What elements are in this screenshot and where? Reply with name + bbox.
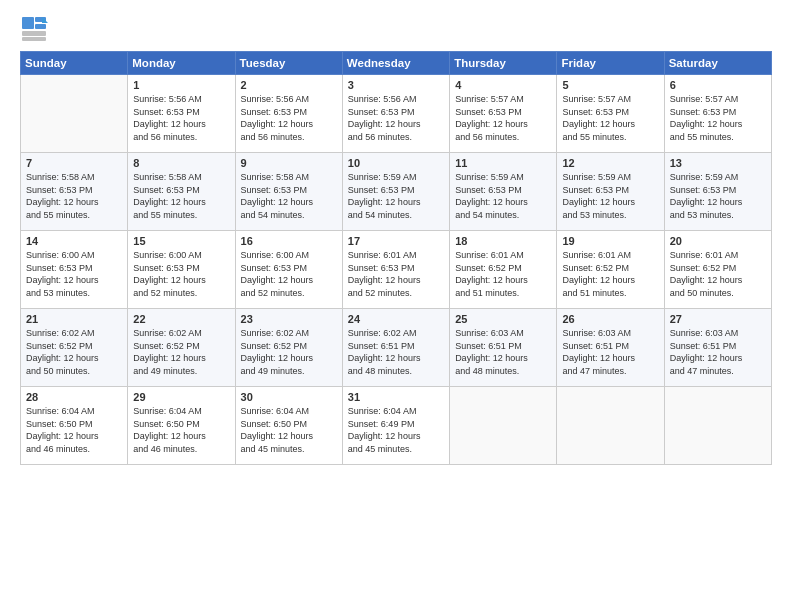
calendar-cell (664, 387, 771, 465)
calendar-cell: 3Sunrise: 5:56 AM Sunset: 6:53 PM Daylig… (342, 75, 449, 153)
day-number: 28 (26, 391, 122, 403)
day-number: 19 (562, 235, 658, 247)
calendar-cell: 31Sunrise: 6:04 AM Sunset: 6:49 PM Dayli… (342, 387, 449, 465)
header (20, 15, 772, 43)
day-number: 5 (562, 79, 658, 91)
calendar-cell: 30Sunrise: 6:04 AM Sunset: 6:50 PM Dayli… (235, 387, 342, 465)
cell-content: Sunrise: 5:58 AM Sunset: 6:53 PM Dayligh… (26, 171, 122, 221)
day-number: 24 (348, 313, 444, 325)
week-row-5: 28Sunrise: 6:04 AM Sunset: 6:50 PM Dayli… (21, 387, 772, 465)
calendar-cell: 6Sunrise: 5:57 AM Sunset: 6:53 PM Daylig… (664, 75, 771, 153)
calendar-cell (450, 387, 557, 465)
calendar-cell: 26Sunrise: 6:03 AM Sunset: 6:51 PM Dayli… (557, 309, 664, 387)
cell-content: Sunrise: 6:01 AM Sunset: 6:52 PM Dayligh… (562, 249, 658, 299)
cell-content: Sunrise: 6:02 AM Sunset: 6:52 PM Dayligh… (241, 327, 337, 377)
cell-content: Sunrise: 6:00 AM Sunset: 6:53 PM Dayligh… (241, 249, 337, 299)
cell-content: Sunrise: 6:01 AM Sunset: 6:52 PM Dayligh… (670, 249, 766, 299)
day-number: 3 (348, 79, 444, 91)
header-tuesday: Tuesday (235, 52, 342, 75)
calendar-cell: 17Sunrise: 6:01 AM Sunset: 6:53 PM Dayli… (342, 231, 449, 309)
svg-rect-0 (22, 17, 34, 29)
cell-content: Sunrise: 5:57 AM Sunset: 6:53 PM Dayligh… (455, 93, 551, 143)
cell-content: Sunrise: 6:03 AM Sunset: 6:51 PM Dayligh… (670, 327, 766, 377)
day-number: 4 (455, 79, 551, 91)
calendar-cell: 24Sunrise: 6:02 AM Sunset: 6:51 PM Dayli… (342, 309, 449, 387)
calendar-cell: 15Sunrise: 6:00 AM Sunset: 6:53 PM Dayli… (128, 231, 235, 309)
day-number: 25 (455, 313, 551, 325)
day-number: 23 (241, 313, 337, 325)
day-number: 16 (241, 235, 337, 247)
cell-content: Sunrise: 5:56 AM Sunset: 6:53 PM Dayligh… (348, 93, 444, 143)
calendar-cell: 7Sunrise: 5:58 AM Sunset: 6:53 PM Daylig… (21, 153, 128, 231)
day-number: 12 (562, 157, 658, 169)
svg-rect-3 (22, 31, 46, 36)
calendar-cell: 13Sunrise: 5:59 AM Sunset: 6:53 PM Dayli… (664, 153, 771, 231)
day-number: 22 (133, 313, 229, 325)
calendar-cell (557, 387, 664, 465)
calendar-cell: 18Sunrise: 6:01 AM Sunset: 6:52 PM Dayli… (450, 231, 557, 309)
calendar-cell (21, 75, 128, 153)
week-row-2: 7Sunrise: 5:58 AM Sunset: 6:53 PM Daylig… (21, 153, 772, 231)
calendar-cell: 8Sunrise: 5:58 AM Sunset: 6:53 PM Daylig… (128, 153, 235, 231)
day-number: 6 (670, 79, 766, 91)
calendar-cell: 27Sunrise: 6:03 AM Sunset: 6:51 PM Dayli… (664, 309, 771, 387)
day-number: 14 (26, 235, 122, 247)
cell-content: Sunrise: 5:57 AM Sunset: 6:53 PM Dayligh… (670, 93, 766, 143)
header-friday: Friday (557, 52, 664, 75)
cell-content: Sunrise: 6:02 AM Sunset: 6:52 PM Dayligh… (133, 327, 229, 377)
day-number: 11 (455, 157, 551, 169)
day-number: 2 (241, 79, 337, 91)
header-sunday: Sunday (21, 52, 128, 75)
cell-content: Sunrise: 5:59 AM Sunset: 6:53 PM Dayligh… (670, 171, 766, 221)
cell-content: Sunrise: 6:03 AM Sunset: 6:51 PM Dayligh… (562, 327, 658, 377)
calendar-table: SundayMondayTuesdayWednesdayThursdayFrid… (20, 51, 772, 465)
day-number: 27 (670, 313, 766, 325)
calendar-cell: 9Sunrise: 5:58 AM Sunset: 6:53 PM Daylig… (235, 153, 342, 231)
cell-content: Sunrise: 5:58 AM Sunset: 6:53 PM Dayligh… (241, 171, 337, 221)
svg-rect-2 (35, 24, 46, 29)
day-number: 17 (348, 235, 444, 247)
day-number: 7 (26, 157, 122, 169)
calendar-cell: 4Sunrise: 5:57 AM Sunset: 6:53 PM Daylig… (450, 75, 557, 153)
header-saturday: Saturday (664, 52, 771, 75)
calendar-cell: 16Sunrise: 6:00 AM Sunset: 6:53 PM Dayli… (235, 231, 342, 309)
logo-icon (20, 15, 48, 43)
day-number: 29 (133, 391, 229, 403)
cell-content: Sunrise: 5:58 AM Sunset: 6:53 PM Dayligh… (133, 171, 229, 221)
day-number: 20 (670, 235, 766, 247)
calendar-cell: 29Sunrise: 6:04 AM Sunset: 6:50 PM Dayli… (128, 387, 235, 465)
day-number: 26 (562, 313, 658, 325)
calendar-cell: 20Sunrise: 6:01 AM Sunset: 6:52 PM Dayli… (664, 231, 771, 309)
day-number: 18 (455, 235, 551, 247)
calendar-cell: 22Sunrise: 6:02 AM Sunset: 6:52 PM Dayli… (128, 309, 235, 387)
cell-content: Sunrise: 5:56 AM Sunset: 6:53 PM Dayligh… (241, 93, 337, 143)
cell-content: Sunrise: 6:04 AM Sunset: 6:50 PM Dayligh… (26, 405, 122, 455)
cell-content: Sunrise: 6:01 AM Sunset: 6:52 PM Dayligh… (455, 249, 551, 299)
cell-content: Sunrise: 6:04 AM Sunset: 6:49 PM Dayligh… (348, 405, 444, 455)
cell-content: Sunrise: 6:03 AM Sunset: 6:51 PM Dayligh… (455, 327, 551, 377)
day-number: 9 (241, 157, 337, 169)
header-monday: Monday (128, 52, 235, 75)
calendar-cell: 2Sunrise: 5:56 AM Sunset: 6:53 PM Daylig… (235, 75, 342, 153)
cell-content: Sunrise: 5:57 AM Sunset: 6:53 PM Dayligh… (562, 93, 658, 143)
cell-content: Sunrise: 6:02 AM Sunset: 6:52 PM Dayligh… (26, 327, 122, 377)
cell-content: Sunrise: 5:59 AM Sunset: 6:53 PM Dayligh… (455, 171, 551, 221)
calendar-cell: 28Sunrise: 6:04 AM Sunset: 6:50 PM Dayli… (21, 387, 128, 465)
cell-content: Sunrise: 6:04 AM Sunset: 6:50 PM Dayligh… (241, 405, 337, 455)
cell-content: Sunrise: 6:04 AM Sunset: 6:50 PM Dayligh… (133, 405, 229, 455)
calendar-header-row: SundayMondayTuesdayWednesdayThursdayFrid… (21, 52, 772, 75)
svg-rect-4 (22, 37, 46, 41)
calendar-cell: 19Sunrise: 6:01 AM Sunset: 6:52 PM Dayli… (557, 231, 664, 309)
page-container: SundayMondayTuesdayWednesdayThursdayFrid… (0, 0, 792, 475)
day-number: 31 (348, 391, 444, 403)
week-row-3: 14Sunrise: 6:00 AM Sunset: 6:53 PM Dayli… (21, 231, 772, 309)
calendar-cell: 10Sunrise: 5:59 AM Sunset: 6:53 PM Dayli… (342, 153, 449, 231)
cell-content: Sunrise: 6:00 AM Sunset: 6:53 PM Dayligh… (133, 249, 229, 299)
calendar-cell: 11Sunrise: 5:59 AM Sunset: 6:53 PM Dayli… (450, 153, 557, 231)
calendar-cell: 5Sunrise: 5:57 AM Sunset: 6:53 PM Daylig… (557, 75, 664, 153)
header-thursday: Thursday (450, 52, 557, 75)
week-row-4: 21Sunrise: 6:02 AM Sunset: 6:52 PM Dayli… (21, 309, 772, 387)
cell-content: Sunrise: 6:00 AM Sunset: 6:53 PM Dayligh… (26, 249, 122, 299)
cell-content: Sunrise: 6:01 AM Sunset: 6:53 PM Dayligh… (348, 249, 444, 299)
calendar-cell: 14Sunrise: 6:00 AM Sunset: 6:53 PM Dayli… (21, 231, 128, 309)
